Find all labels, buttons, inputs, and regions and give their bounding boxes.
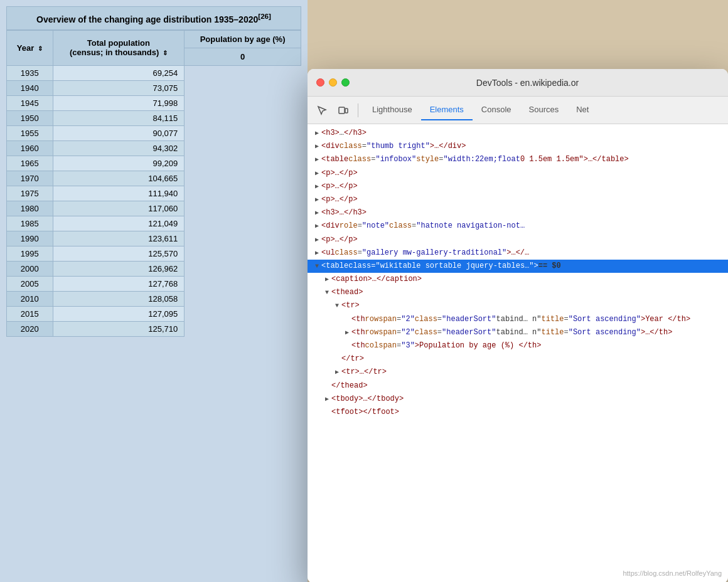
tab-console[interactable]: Console [473,100,520,120]
dom-line[interactable]: <table class="infobox" style="width:22em… [308,153,728,166]
table-row: 121,049 [53,216,185,231]
dom-attr-value: "thumb tright" [367,140,430,152]
dom-equals: = [358,247,362,259]
dom-equals: = [371,154,375,166]
caption-ref: [26] [258,12,271,20]
expand-triangle[interactable] [313,182,321,192]
dom-line[interactable]: <div role="note" class="hatnote navigati… [308,220,728,233]
expand-triangle[interactable] [313,129,321,139]
dom-line[interactable]: <p>…</p> [308,180,728,193]
expand-triangle[interactable] [313,248,321,258]
devtools-toolbar: Lighthouse Elements Console Sources Net [308,97,728,124]
dom-line[interactable]: <p>…</p> [308,193,728,206]
dom-attr-value: "2" [401,327,415,339]
dom-tag: <h3> [321,127,340,139]
dom-attr-name: class [340,140,362,152]
expand-triangle[interactable] [323,288,331,298]
devtools-titlebar: DevTools - en.wikipedia.or [308,69,728,97]
dom-tag: <h3>…</h3> [321,207,367,219]
dom-tag: <th [351,340,365,352]
maximize-button[interactable] [341,78,350,87]
dom-line[interactable]: <ul class="gallery mw-gallery-traditiona… [308,246,728,260]
dom-line[interactable]: <th rowspan="2" class="headerSort" tabin… [308,313,728,326]
dom-tag: <table [321,260,348,272]
elements-panel[interactable]: <h3>…</h3><div class="thumb tright">…</d… [308,124,728,582]
toolbar-divider [358,103,358,117]
dom-line[interactable]: <thead> [308,286,728,299]
dom-tag: <p>…</p> [321,167,358,179]
dom-line[interactable]: <caption>…</caption> [308,273,728,286]
dom-line[interactable]: </tr> [308,352,728,366]
dom-attr-value: "Sort ascending" [569,327,641,339]
dom-equals: = [397,314,401,325]
tab-lighthouse[interactable]: Lighthouse [363,100,421,120]
expand-triangle[interactable] [313,169,321,179]
dom-attr-value: "Sort ascending" [569,314,641,325]
inspect-element-button[interactable] [313,101,331,120]
dom-line[interactable]: <table class="wikitable sortable jquery-… [308,260,728,273]
minimize-button[interactable] [329,78,337,87]
expand-triangle[interactable] [313,208,321,218]
table-row: 99,209 [53,156,185,171]
dom-attr-value: "wikitable sortable jquery-tables… [375,260,529,272]
table-row: 1985 [7,216,53,231]
tab-network[interactable]: Net [567,100,597,120]
table-row: 2000 [7,261,53,276]
expand-triangle[interactable] [323,275,331,285]
table-row: 1990 [7,231,53,246]
tab-elements[interactable]: Elements [421,100,473,120]
dom-tag: <ul [321,247,335,259]
expand-triangle[interactable] [313,221,321,231]
expand-triangle[interactable] [333,368,341,378]
expand-triangle[interactable] [313,195,321,205]
dom-line[interactable]: <tfoot></tfoot> [308,406,728,419]
expand-triangle[interactable] [313,155,321,165]
dom-line[interactable]: </thead> [308,379,728,393]
expand-triangle[interactable] [333,301,341,311]
dom-line[interactable]: <tbody>…</tbody> [308,393,728,406]
close-button[interactable] [316,78,324,87]
year-header[interactable]: Year ⇕ [7,30,53,65]
population-header[interactable]: Total population(census; in thousands) ⇕ [53,30,185,65]
dom-attr-name: class [335,247,358,259]
dom-attr-value: "headerSort" [442,314,496,325]
dom-line[interactable]: <tr>…</tr> [308,366,728,379]
devtools-tabs: Lighthouse Elements Console Sources Net [363,100,723,120]
tab-sources[interactable]: Sources [520,100,568,120]
expand-triangle[interactable] [313,142,321,152]
expand-triangle[interactable] [313,235,321,245]
wiki-table-wrapper: Overview of the changing age distributio… [0,0,308,337]
dom-line[interactable]: <h3>…</h3> [308,206,728,220]
table-row: 111,940 [53,186,185,201]
dom-line[interactable]: <th rowspan="2" class="headerSort" tabin… [308,326,728,339]
dom-line[interactable]: <tr> [308,299,728,312]
table-row: 1955 [7,125,53,140]
dom-attr-value: "note" [362,220,389,232]
dom-attr-name: rowspan [365,327,397,339]
dom-line[interactable]: <p>…</p> [308,167,728,180]
expand-triangle[interactable] [323,394,331,405]
svg-rect-0 [339,107,345,114]
table-row: 126,962 [53,261,185,276]
expand-triangle[interactable] [343,328,351,338]
dom-tag: </tr> [341,353,364,365]
dom-tag: <tr> [341,300,360,312]
dom-equals: = [371,260,375,272]
dom-line[interactable]: <th colspan="3">Population by age (%) </… [308,339,728,352]
dom-line[interactable]: <p>…</p> [308,233,728,246]
dom-tag: <table [321,154,348,166]
table-row: 2020 [7,321,53,336]
dom-line[interactable]: <div class="thumb tright">…</div> [308,140,728,153]
dom-tag: <p>…</p> [321,181,358,193]
dom-tag: >Year </th> [641,314,690,325]
dom-equals: = [358,220,362,232]
table-row: 90,077 [53,125,185,140]
dom-tag: >…</… [506,247,529,259]
expand-triangle[interactable] [313,262,321,272]
table-row: 69,254 [53,65,185,80]
device-toolbar-button[interactable] [334,101,353,120]
age-distribution-header: Population by age (%) [185,30,301,48]
dom-tag: <tr>…</tr> [341,366,387,378]
table-row: 94,302 [53,140,185,156]
dom-line[interactable]: <h3>…</h3> [308,127,728,140]
